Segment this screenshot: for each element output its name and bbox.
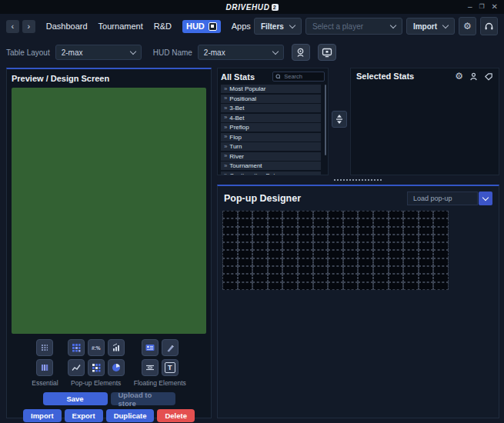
floating-text-tool[interactable]: T bbox=[162, 359, 179, 376]
selected-stats-settings-button[interactable]: ⚙ bbox=[455, 72, 463, 81]
grid-cell[interactable] bbox=[373, 266, 389, 274]
settings-button[interactable]: ⚙ bbox=[459, 17, 476, 35]
close-button[interactable]: ✕ bbox=[492, 3, 498, 11]
grid-cell[interactable] bbox=[403, 218, 419, 226]
grid-cell[interactable] bbox=[252, 250, 268, 258]
grid-cell[interactable] bbox=[403, 274, 419, 281]
grid-cell[interactable] bbox=[222, 227, 238, 235]
grid-cell[interactable] bbox=[373, 235, 389, 242]
stat-category-most-popular[interactable]: ››Most Popular bbox=[221, 85, 321, 93]
grid-cell[interactable] bbox=[358, 218, 373, 226]
stat-category-positional[interactable]: ››Positional bbox=[221, 95, 321, 103]
grid-cell[interactable] bbox=[268, 274, 283, 281]
player-view-button[interactable] bbox=[292, 44, 310, 61]
delete-button[interactable]: Delete bbox=[157, 409, 195, 422]
grid-cell[interactable] bbox=[343, 227, 359, 235]
grid-cell[interactable] bbox=[373, 227, 389, 235]
grid-cell[interactable] bbox=[282, 250, 298, 258]
import-button[interactable]: Import bbox=[23, 409, 62, 422]
grid-cell[interactable] bbox=[419, 250, 434, 258]
nav-item-apps[interactable]: Apps bbox=[232, 22, 251, 31]
load-popup-dropdown[interactable]: Load pop-up bbox=[407, 192, 492, 205]
poker-table-preview[interactable] bbox=[12, 88, 206, 334]
load-popup-open-button[interactable] bbox=[479, 192, 492, 205]
grid-cell[interactable] bbox=[328, 250, 343, 258]
grid-cell[interactable] bbox=[222, 258, 238, 266]
grid-cell[interactable] bbox=[433, 227, 449, 235]
grid-cell[interactable] bbox=[433, 218, 449, 226]
grid-cell[interactable] bbox=[238, 250, 253, 258]
popup-stat-value-tool[interactable]: #:% bbox=[88, 339, 105, 356]
grid-cell[interactable] bbox=[328, 227, 343, 235]
floating-player-card-tool[interactable] bbox=[142, 339, 159, 356]
grid-cell[interactable] bbox=[343, 258, 359, 266]
grid-cell[interactable] bbox=[238, 282, 253, 290]
grid-cell[interactable] bbox=[403, 242, 419, 250]
stat-category-flop[interactable]: ››Flop bbox=[221, 133, 321, 142]
grid-cell[interactable] bbox=[343, 266, 359, 274]
stat-category-river[interactable]: ››River bbox=[221, 152, 321, 161]
popup-line-graph-tool[interactable] bbox=[68, 359, 85, 376]
minimize-button[interactable]: – bbox=[468, 3, 472, 11]
grid-cell[interactable] bbox=[268, 235, 283, 242]
grid-cell[interactable] bbox=[298, 242, 313, 250]
grid-cell[interactable] bbox=[358, 211, 373, 218]
grid-cell[interactable] bbox=[358, 250, 373, 258]
hud-name-select[interactable]: 2-max bbox=[198, 45, 284, 60]
grid-cell[interactable] bbox=[238, 258, 253, 266]
grid-cell[interactable] bbox=[403, 211, 419, 218]
grid-cell[interactable] bbox=[403, 258, 419, 266]
grid-cell[interactable] bbox=[268, 250, 283, 258]
grid-cell[interactable] bbox=[222, 218, 238, 226]
grid-cell[interactable] bbox=[222, 266, 238, 274]
grid-cell[interactable] bbox=[389, 258, 404, 266]
grid-cell[interactable] bbox=[389, 266, 404, 274]
grid-cell[interactable] bbox=[313, 227, 329, 235]
grid-cell[interactable] bbox=[389, 235, 404, 242]
grid-cell[interactable] bbox=[419, 258, 434, 266]
grid-cell[interactable] bbox=[328, 211, 343, 218]
grid-cell[interactable] bbox=[419, 242, 434, 250]
popup-pie-chart-tool[interactable] bbox=[108, 359, 125, 376]
nav-forward-button[interactable]: › bbox=[22, 20, 35, 33]
player-icon[interactable] bbox=[469, 72, 478, 81]
grid-cell[interactable] bbox=[419, 235, 434, 242]
stats-scrollbar[interactable] bbox=[325, 85, 326, 155]
grid-cell[interactable] bbox=[268, 211, 283, 218]
grid-cell[interactable] bbox=[328, 218, 343, 226]
grid-cell[interactable] bbox=[252, 211, 268, 218]
grid-cell[interactable] bbox=[252, 242, 268, 250]
stats-search-input[interactable] bbox=[282, 72, 322, 81]
grid-cell[interactable] bbox=[358, 258, 373, 266]
grid-cell[interactable] bbox=[373, 242, 389, 250]
grid-cell[interactable] bbox=[238, 266, 253, 274]
grid-cell[interactable] bbox=[373, 274, 389, 281]
grid-cell[interactable] bbox=[222, 211, 238, 218]
grid-cell[interactable] bbox=[222, 235, 238, 242]
grid-cell[interactable] bbox=[389, 218, 404, 226]
grid-cell[interactable] bbox=[389, 227, 404, 235]
grid-cell[interactable] bbox=[282, 258, 298, 266]
grid-cell[interactable] bbox=[419, 218, 434, 226]
grid-cell[interactable] bbox=[238, 235, 253, 242]
grid-cell[interactable] bbox=[238, 242, 253, 250]
support-button[interactable] bbox=[480, 17, 498, 35]
grid-cell[interactable] bbox=[313, 242, 329, 250]
grid-cell[interactable] bbox=[373, 250, 389, 258]
grid-cell[interactable] bbox=[403, 235, 419, 242]
grid-cell[interactable] bbox=[389, 242, 404, 250]
filters-dropdown[interactable]: Filters bbox=[254, 18, 302, 35]
stat-category-preflop[interactable]: ››Preflop bbox=[221, 123, 321, 132]
grid-cell[interactable] bbox=[358, 274, 373, 281]
essential-vertical-bars-tool[interactable] bbox=[36, 359, 53, 376]
grid-cell[interactable] bbox=[403, 282, 419, 290]
grid-cell[interactable] bbox=[373, 218, 389, 226]
essential-stat-lines-tool[interactable] bbox=[36, 339, 53, 356]
grid-cell[interactable] bbox=[433, 282, 449, 290]
grid-cell[interactable] bbox=[252, 218, 268, 226]
grid-cell[interactable] bbox=[328, 242, 343, 250]
duplicate-button[interactable]: Duplicate bbox=[106, 409, 155, 422]
nav-item-hud-active[interactable]: HUD bbox=[182, 20, 221, 33]
grid-cell[interactable] bbox=[238, 218, 253, 226]
grid-cell[interactable] bbox=[238, 227, 253, 235]
